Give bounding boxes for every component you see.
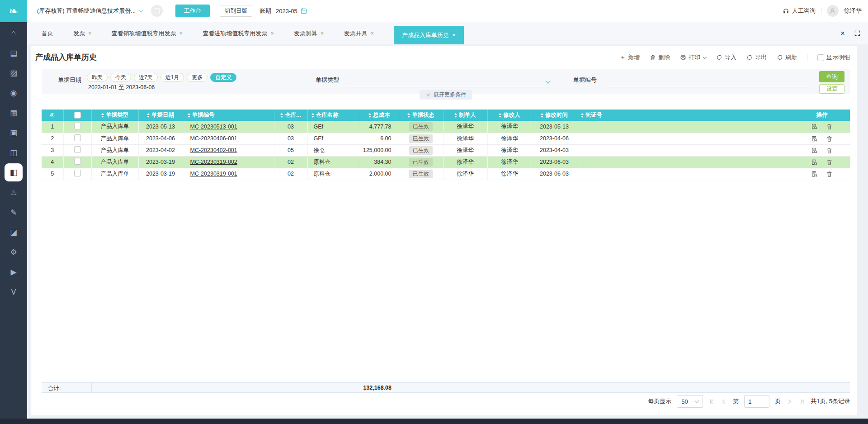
sidebar-item-media[interactable]: ▶ bbox=[4, 262, 24, 282]
doc-type-select[interactable] bbox=[347, 76, 552, 87]
pill-today[interactable]: 今天 bbox=[110, 73, 131, 82]
column-warehouse-name[interactable]: 仓库名称 bbox=[307, 110, 360, 121]
page-number-input[interactable] bbox=[744, 395, 769, 408]
view-doc-icon[interactable] bbox=[811, 123, 818, 130]
sidebar-item-home[interactable]: ⌂ bbox=[4, 23, 24, 43]
app-logo[interactable]: ❧ bbox=[0, 0, 27, 22]
delete-button[interactable]: 删除 bbox=[650, 53, 670, 62]
fullscreen-icon[interactable] bbox=[854, 30, 861, 37]
column-voucher[interactable]: 凭证号 bbox=[577, 110, 794, 121]
username[interactable]: 徐泽华 bbox=[844, 7, 862, 15]
sidebar-item-inventory[interactable]: ◧ bbox=[5, 163, 23, 181]
tab-invoice-issue[interactable]: 发票开具× bbox=[344, 29, 374, 38]
column-doc-code[interactable]: 单据编号 bbox=[183, 110, 274, 121]
sidebar-item-funds[interactable]: ◉ bbox=[4, 83, 24, 103]
per-page-select[interactable]: 50 bbox=[677, 395, 703, 408]
view-doc-icon[interactable] bbox=[811, 171, 818, 177]
column-maker[interactable]: 制单人 bbox=[443, 110, 487, 121]
sidebar-item-reports[interactable]: ▨ bbox=[4, 63, 24, 83]
table-row[interactable]: 2 产品入库单 2023-04-06 MC-20230406-001 03 GE… bbox=[42, 133, 850, 144]
column-settings[interactable] bbox=[42, 110, 63, 121]
workbench-button[interactable]: 工作台 bbox=[175, 5, 210, 17]
add-button[interactable]: ＋新增 bbox=[620, 53, 640, 62]
pill-last7days[interactable]: 近7天 bbox=[134, 73, 158, 82]
column-doc-type[interactable]: 单据类型 bbox=[91, 110, 138, 121]
delete-row-icon[interactable] bbox=[826, 159, 833, 166]
column-doc-date[interactable]: 单据日期 bbox=[138, 110, 183, 121]
column-cost[interactable]: 总成本 bbox=[360, 110, 399, 121]
column-warehouse[interactable]: 仓库... bbox=[274, 110, 307, 121]
sort-icon[interactable] bbox=[581, 113, 584, 118]
print-button[interactable]: 打印 bbox=[680, 53, 706, 62]
delete-row-icon[interactable] bbox=[826, 147, 833, 154]
sidebar-item-assets[interactable]: ◪ bbox=[4, 222, 24, 242]
tab-receipt-history[interactable]: 产成品入库单历史× bbox=[394, 26, 464, 44]
sidebar-item-goods[interactable]: ◫ bbox=[4, 143, 24, 162]
column-status[interactable]: 单据状态 bbox=[399, 110, 443, 121]
sort-icon[interactable] bbox=[407, 113, 410, 118]
refresh-button[interactable]: 刷新 bbox=[777, 53, 797, 62]
tab-invoice[interactable]: 发票× bbox=[73, 29, 92, 38]
doc-code-link[interactable]: MC-20230513-001 bbox=[190, 124, 237, 130]
view-doc-icon[interactable] bbox=[811, 159, 818, 166]
export-button[interactable]: 导出 bbox=[746, 53, 767, 62]
sidebar-item-invoices[interactable]: ▤ bbox=[4, 43, 24, 63]
sidebar-item-service[interactable]: ♨ bbox=[4, 182, 24, 202]
sort-icon[interactable] bbox=[454, 113, 457, 118]
import-button[interactable]: 导入 bbox=[716, 53, 736, 62]
close-icon[interactable]: × bbox=[321, 30, 324, 37]
select-all-checkbox[interactable] bbox=[74, 112, 81, 119]
sort-icon[interactable] bbox=[499, 113, 501, 118]
sidebar-item-contracts[interactable]: ✎ bbox=[4, 202, 24, 222]
show-detail-checkbox[interactable] bbox=[817, 54, 824, 61]
calendar-icon[interactable] bbox=[300, 7, 307, 14]
date-range-value[interactable]: 2023-01-01 至 2023-06-06 bbox=[88, 84, 155, 91]
sort-icon[interactable] bbox=[280, 113, 283, 118]
select-all-header[interactable] bbox=[63, 110, 91, 121]
table-row[interactable]: 4 产品入库单 2023-03-19 MC-20230319-002 02 原料… bbox=[42, 156, 850, 168]
row-checkbox[interactable] bbox=[74, 134, 81, 141]
column-modified-time[interactable]: 修改时间 bbox=[532, 110, 577, 121]
sort-icon[interactable] bbox=[368, 113, 371, 118]
pill-last-month[interactable]: 近1月 bbox=[160, 73, 184, 82]
period-value[interactable]: 2023-05 bbox=[276, 8, 297, 14]
next-page-icon[interactable] bbox=[786, 398, 793, 405]
prev-page-icon[interactable] bbox=[721, 398, 727, 405]
sort-icon[interactable] bbox=[101, 113, 104, 118]
row-checkbox[interactable] bbox=[74, 123, 81, 129]
tab-invoice-calc[interactable]: 发票测算× bbox=[294, 29, 324, 38]
doc-number-input[interactable] bbox=[608, 76, 809, 87]
company-selector[interactable]: (库存核算) 直播畅捷通信息技术股份... bbox=[37, 7, 143, 15]
delete-row-icon[interactable] bbox=[826, 171, 833, 177]
gear-icon[interactable] bbox=[49, 112, 56, 119]
sort-icon[interactable] bbox=[188, 113, 190, 118]
table-row[interactable]: 3 产品入库单 2023-04-02 MC-20230402-001 05 徐仓… bbox=[42, 144, 850, 156]
doc-code-link[interactable]: MC-20230319-002 bbox=[190, 159, 237, 165]
switch-version-button[interactable]: 切到日版 bbox=[220, 5, 252, 17]
last-page-icon[interactable] bbox=[798, 398, 805, 405]
close-icon[interactable]: × bbox=[452, 32, 456, 38]
doc-code-link[interactable]: MC-20230402-001 bbox=[190, 147, 237, 153]
view-doc-icon[interactable] bbox=[811, 147, 818, 154]
sidebar-item-vouchers[interactable]: ▣ bbox=[4, 123, 24, 143]
row-checkbox[interactable] bbox=[74, 146, 81, 153]
row-checkbox[interactable] bbox=[74, 158, 81, 165]
pill-yesterday[interactable]: 昨天 bbox=[87, 73, 108, 82]
table-row[interactable]: 1 产品入库单 2023-05-13 MC-20230513-001 03 GE… bbox=[42, 121, 850, 133]
row-checkbox[interactable] bbox=[74, 170, 81, 176]
delete-row-icon[interactable] bbox=[826, 123, 833, 130]
tab-home[interactable]: 首页 bbox=[42, 29, 53, 38]
filter-settings-button[interactable]: 设置 bbox=[819, 84, 844, 94]
sort-icon[interactable] bbox=[311, 113, 314, 118]
pill-custom[interactable]: 自定义 bbox=[210, 73, 236, 82]
avatar[interactable] bbox=[827, 5, 839, 17]
doc-code-link[interactable]: MC-20230319-001 bbox=[190, 171, 237, 177]
close-icon[interactable]: × bbox=[370, 30, 374, 37]
show-detail-toggle[interactable]: 显示明细 bbox=[817, 53, 850, 62]
first-page-icon[interactable] bbox=[708, 398, 715, 405]
doc-code-link[interactable]: MC-20230406-001 bbox=[190, 135, 237, 142]
expand-more-button[interactable]: 展开更多条件 bbox=[420, 90, 472, 100]
close-icon[interactable]: × bbox=[179, 30, 183, 37]
delete-row-icon[interactable] bbox=[826, 135, 833, 142]
sidebar-item-ledger[interactable]: ▦ bbox=[4, 103, 24, 123]
